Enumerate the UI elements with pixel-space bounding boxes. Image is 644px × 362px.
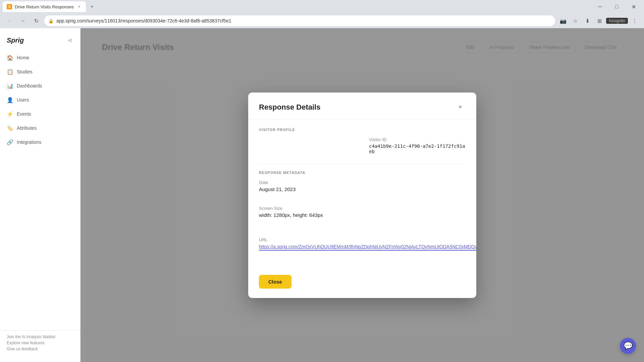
visitor-id-key: Visitor ID [369,137,466,142]
sidebar-item-label: Dashboards [17,83,42,88]
modal-body: VISITOR PROFILE Visitor ID c4a41b9e-211c… [248,120,476,268]
visitor-id-field [259,137,356,154]
maximize-button[interactable]: □ [609,1,625,12]
modal-header: Response Details × [248,93,476,120]
sidebar-bottom: Join the AI Analysis Waitlist Explore ne… [0,330,80,357]
url-text: app.sprig.com/surveys/116013/responses/d… [56,18,551,23]
url-value[interactable]: https://a.sprig.com/ZmQxVUhQUU9EMmM3fnNp… [259,244,476,251]
browser-toolbar-actions: 📷 ☆ ⬇ ⊞ Incognito ⋮ [558,15,640,26]
chat-icon: 💬 [624,342,633,350]
sidebar-item-integrations[interactable]: 🔗 Integrations [3,135,77,149]
screen-size-field: Screen Size width: 1280px, height: 643px [259,206,476,229]
sidebar-item-users[interactable]: 👤 Users [3,93,77,107]
refresh-button[interactable]: ↻ [31,15,42,26]
tab-title: Drive Return Visits Responses [15,4,74,9]
studies-icon: 📋 [7,68,13,75]
sidebar-item-label: Home [17,55,29,60]
home-icon: 🏠 [7,54,13,61]
visitor-id-value-field: Visitor ID c4a41b9e-211c-4f90-a7e2-1f172… [369,137,466,154]
close-button[interactable]: Close [259,275,291,289]
main-content: Drive Return Visits Edit In Progress Sha… [80,28,644,362]
forward-button[interactable]: → [17,15,28,26]
integrations-icon: 🔗 [7,139,13,145]
response-details-modal: Response Details × VISITOR PROFILE Visit… [248,93,476,298]
modal-close-button[interactable]: × [455,102,466,113]
browser-titlebar: S Drive Return Visits Responses × + ─ □ … [0,0,644,13]
visitor-profile-grid: Visitor ID c4a41b9e-211c-4f90-a7e2-1f172… [259,137,466,154]
give-feedback-link[interactable]: Give us feedback [7,347,73,351]
sidebar-item-label: Attributes [17,125,37,131]
browser-tab[interactable]: S Drive Return Visits Responses × [3,1,86,12]
ai-waitlist-link[interactable]: Join the AI Analysis Waitlist [7,335,73,339]
browser-window: S Drive Return Visits Responses × + ─ □ … [0,0,644,362]
modal-overlay[interactable]: Response Details × VISITOR PROFILE Visit… [80,28,644,362]
sidebar-item-attributes[interactable]: 🏷️ Attributes [3,121,77,135]
tab-close-button[interactable]: × [76,4,82,9]
date-field: Date August 21, 2023 [259,180,476,198]
visitor-profile-section-label: VISITOR PROFILE [259,128,466,132]
users-icon: 👤 [7,97,13,103]
tab-favicon: S [7,4,12,9]
security-icon: 🔒 [48,18,54,23]
minimize-button[interactable]: ─ [592,1,608,12]
response-metadata-section-label: RESPONSE METADATA [259,171,466,175]
sidebar-collapse-button[interactable]: ◁ [65,36,73,44]
explore-features-link[interactable]: Explore new features [7,341,73,345]
window-controls: ─ □ ✕ [592,1,641,12]
sidebar-item-label: Integrations [17,139,41,145]
section-divider [259,164,466,164]
browser-addressbar: ← → ↻ 🔒 app.sprig.com/surveys/116013/res… [0,13,644,28]
sidebar-nav: 🏠 Home 📋 Studies 📊 Dashboards 👤 Users ⚡ [0,51,80,330]
screen-size-key: Screen Size [259,206,476,211]
download-icon[interactable]: ⬇ [582,15,593,26]
sidebar-item-home[interactable]: 🏠 Home [3,51,77,64]
events-icon: ⚡ [7,111,13,117]
sidebar-item-dashboards[interactable]: 📊 Dashboards [3,79,77,93]
modal-footer: Close [248,268,476,298]
sidebar-item-studies[interactable]: 📋 Studies [3,65,77,78]
response-metadata-grid: Date August 21, 2023 Device Windows 10 S… [259,180,466,251]
url-field: URL https://a.sprig.com/ZmQxVUhQUU9EMmM3… [259,237,476,251]
sidebar-item-events[interactable]: ⚡ Events [3,107,77,121]
chat-bubble-button[interactable]: 💬 [620,338,636,354]
back-button[interactable]: ← [4,15,15,26]
sidebar: Sprig ◁ 🏠 Home 📋 Studies 📊 Dashboards 👤 [0,28,80,362]
new-tab-button[interactable]: + [87,2,97,11]
attributes-icon: 🏷️ [7,125,13,131]
sidebar-logo-area: Sprig ◁ [0,34,80,51]
date-key: Date [259,180,476,185]
menu-button[interactable]: ⋮ [629,15,640,26]
date-value: August 21, 2023 [259,186,476,192]
visitor-id-value: c4a41b9e-211c-4f90-a7e2-1f172fc91aeb [369,143,466,154]
sidebar-item-label: Users [17,97,29,103]
app-area: Sprig ◁ 🏠 Home 📋 Studies 📊 Dashboards 👤 [0,28,644,362]
app-logo: Sprig [7,37,24,44]
screen-size-value: width: 1280px, height: 643px [259,212,476,218]
address-bar[interactable]: 🔒 app.sprig.com/surveys/116013/responses… [44,15,555,26]
close-window-button[interactable]: ✕ [626,1,641,12]
incognito-badge: Incognito [606,18,628,24]
bookmark-icon[interactable]: ☆ [570,15,581,26]
modal-title: Response Details [259,103,320,112]
sidebar-browser-icon[interactable]: ⊞ [594,15,605,26]
camera-off-icon[interactable]: 📷 [558,15,569,26]
sidebar-item-label: Studies [17,69,33,74]
url-key: URL [259,237,476,242]
sidebar-item-label: Events [17,111,31,117]
dashboards-icon: 📊 [7,82,13,89]
